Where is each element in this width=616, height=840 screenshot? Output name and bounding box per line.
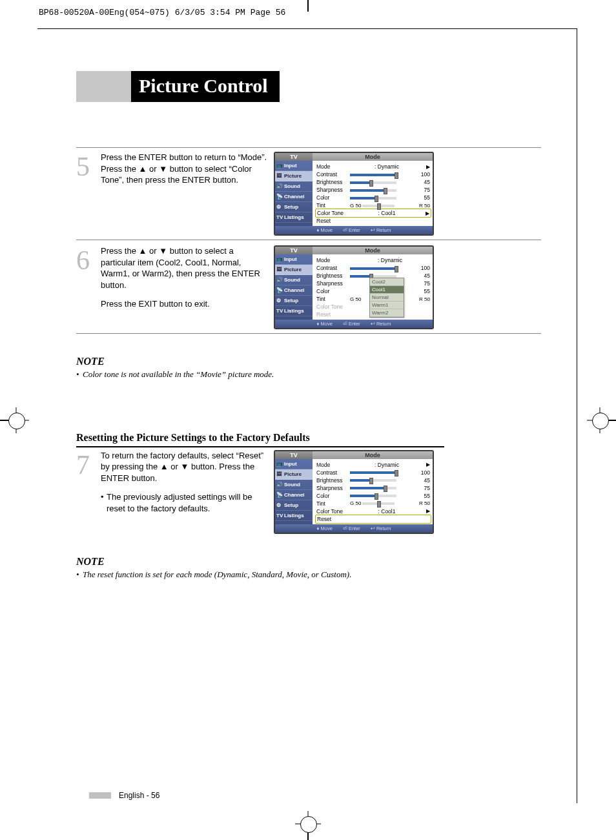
row-mode[interactable]: Mode : Dynamic ▶ xyxy=(316,461,430,469)
picture-icon: 🖼 xyxy=(276,471,282,477)
sidebar-item-input[interactable]: 📺Input xyxy=(275,459,313,469)
sound-icon: 🔊 xyxy=(276,277,283,283)
crop-mark-top xyxy=(307,0,309,12)
row-mode[interactable]: Mode : Dynamic ▶ xyxy=(316,163,430,170)
dd-warm2[interactable]: Warm2 xyxy=(370,309,404,317)
move-icon: ♦ xyxy=(317,321,320,327)
chevron-right-icon: ▶ xyxy=(423,210,429,216)
return-icon: ↩ xyxy=(371,321,375,327)
row-contrast[interactable]: Contrast 100 xyxy=(316,170,430,178)
step-text: To return the factory defaults, select “… xyxy=(101,450,274,534)
sidebar-item-sound[interactable]: 🔊Sound xyxy=(275,275,313,285)
listings-icon: TV xyxy=(276,513,283,518)
picture-icon: 🖼 xyxy=(276,267,282,272)
row-sharpness[interactable]: Sharpness 75 xyxy=(316,484,430,492)
dd-cool2[interactable]: Cool2 xyxy=(370,278,404,286)
step-number: 6 xyxy=(76,245,101,329)
chevron-right-icon: ▶ xyxy=(424,462,430,467)
row-reset[interactable]: Reset xyxy=(315,515,431,524)
picture-icon: 🖼 xyxy=(276,173,282,179)
page-title: Picture Control xyxy=(131,71,280,102)
note-heading: NOTE xyxy=(76,356,541,367)
dd-normal[interactable]: Normal xyxy=(370,294,404,302)
sidebar-item-listings[interactable]: TVListings xyxy=(275,212,313,223)
sidebar-item-channel[interactable]: 📡Channel xyxy=(275,285,313,296)
page: BP68-00520A-00Eng(054~075) 6/3/05 3:54 P… xyxy=(0,0,616,840)
sidebar-item-picture[interactable]: 🖼Picture xyxy=(275,265,313,275)
color-tone-dropdown[interactable]: Cool2 Cool1 Normal Warm1 Warm2 xyxy=(369,278,404,318)
tv-screenshot-1: TV Mode 📺Input 🖼Picture 🔊Sound 📡Channel … xyxy=(274,152,434,236)
sidebar-item-sound[interactable]: 🔊Sound xyxy=(275,181,313,192)
row-color[interactable]: Color 55 xyxy=(316,492,430,500)
registration-mark-left xyxy=(0,404,32,436)
sidebar-item-setup[interactable]: ⚙Setup xyxy=(275,202,313,212)
tv-sidebar: 📺Input 🖼Picture 🔊Sound 📡Channel ⚙Setup T… xyxy=(275,459,313,524)
step-row-7: 7 To return the factory defaults, select… xyxy=(76,447,541,534)
tv-main-panel: Mode : Dynamic ▶ Contrast 100 Brightness xyxy=(313,161,433,226)
tv-footer: ♦ Move ⏎ Enter ↩ Return xyxy=(275,320,433,328)
tv-footer: ♦ Move ⏎ Enter ↩ Return xyxy=(275,524,433,533)
sidebar-item-channel[interactable]: 📡Channel xyxy=(275,192,313,202)
row-mode[interactable]: Mode : Dynamic xyxy=(316,256,430,264)
row-contrast[interactable]: Contrast 100 xyxy=(316,469,430,476)
tv-header-left: TV xyxy=(275,451,313,459)
footer-accent xyxy=(89,792,111,799)
row-color-tone[interactable]: Color Tone : Cool1 ▶ xyxy=(316,507,430,515)
step-row-5: 5 Press the ENTER button to return to “M… xyxy=(76,147,541,240)
row-brightness[interactable]: Brightness 45 xyxy=(316,476,430,484)
sidebar-item-setup[interactable]: ⚙Setup xyxy=(275,500,313,511)
tv-menu: TV Mode 📺Input 🖼Picture 🔊Sound 📡Channel … xyxy=(274,245,434,329)
sidebar-item-listings[interactable]: TVListings xyxy=(275,511,313,521)
tv-screenshot-2: TV Mode 📺Input 🖼Picture 🔊Sound 📡Channel … xyxy=(274,245,434,329)
sidebar-item-input[interactable]: 📺Input xyxy=(275,161,313,171)
move-icon: ♦ xyxy=(317,227,320,233)
subheading-reset: Resetting the Picture Settings to the Fa… xyxy=(76,432,444,447)
tv-main-panel: Mode : Dynamic ▶ Contrast 100 Brightness xyxy=(313,459,433,524)
step5-line2: Press the ▲ or ▼ button to select “Color… xyxy=(101,163,269,186)
tv-screenshot-3: TV Mode 📺Input 🖼Picture 🔊Sound 📡Channel … xyxy=(274,450,434,534)
sidebar-item-sound[interactable]: 🔊Sound xyxy=(275,480,313,490)
sidebar-item-picture[interactable]: 🖼Picture xyxy=(275,171,313,181)
note2-body: •The reset function is set for each mode… xyxy=(76,569,541,580)
step-row-6: 6 Press the ▲ or ▼ button to select a pa… xyxy=(76,241,541,334)
chevron-right-icon: ▶ xyxy=(424,508,430,514)
row-tint[interactable]: Tint G 50 R 50 xyxy=(316,201,430,209)
sidebar-item-picture[interactable]: 🖼Picture xyxy=(275,469,313,480)
sound-icon: 🔊 xyxy=(276,183,283,189)
sound-icon: 🔊 xyxy=(276,482,283,487)
channel-icon: 📡 xyxy=(276,194,283,200)
dd-cool1[interactable]: Cool1 xyxy=(370,286,404,294)
row-reset[interactable]: Reset xyxy=(316,217,430,225)
row-color[interactable]: Color 55 xyxy=(316,194,430,201)
step5-line1: Press the ENTER button to return to “Mod… xyxy=(101,152,269,163)
tv-sidebar: 📺Input 🖼Picture 🔊Sound 📡Channel ⚙Setup T… xyxy=(275,161,313,226)
row-tint[interactable]: Tint G 50 R 50 xyxy=(316,500,430,507)
step-text: Press the ▲ or ▼ button to select a part… xyxy=(101,245,274,329)
note1-body: •Color tone is not available in the “Mov… xyxy=(76,369,541,380)
step6-line1: Press the ▲ or ▼ button to select a part… xyxy=(101,245,269,291)
input-icon: 📺 xyxy=(276,461,283,467)
tv-header-right: Mode xyxy=(313,451,433,459)
channel-icon: 📡 xyxy=(276,287,283,293)
sidebar-item-setup[interactable]: ⚙Setup xyxy=(275,296,313,306)
tv-menu: TV Mode 📺Input 🖼Picture 🔊Sound 📡Channel … xyxy=(274,152,434,236)
title-accent xyxy=(76,71,131,102)
return-icon: ↩ xyxy=(371,526,375,531)
tv-sidebar: 📺Input 🖼Picture 🔊Sound 📡Channel ⚙Setup T… xyxy=(275,254,313,320)
step-number: 7 xyxy=(76,450,101,534)
row-brightness[interactable]: Brightness 45 xyxy=(316,178,430,186)
row-contrast[interactable]: Contrast 100 xyxy=(316,264,430,272)
listings-icon: TV xyxy=(276,214,283,220)
move-icon: ♦ xyxy=(317,526,320,531)
step7-bullet: • The previously adjusted settings will … xyxy=(101,491,269,514)
tv-header-right: Mode xyxy=(313,247,433,254)
step6-line2: Press the EXIT button to exit. xyxy=(101,298,269,310)
sidebar-item-channel[interactable]: 📡Channel xyxy=(275,490,313,500)
registration-mark-bottom xyxy=(292,808,324,840)
row-color-tone[interactable]: Color Tone : Cool1 ▶ xyxy=(315,209,431,218)
row-sharpness[interactable]: Sharpness 75 xyxy=(316,186,430,194)
dd-warm1[interactable]: Warm1 xyxy=(370,302,404,309)
sidebar-item-listings[interactable]: TVListings xyxy=(275,306,313,316)
chevron-right-icon: ▶ xyxy=(424,164,430,170)
sidebar-item-input[interactable]: 📺Input xyxy=(275,254,313,265)
